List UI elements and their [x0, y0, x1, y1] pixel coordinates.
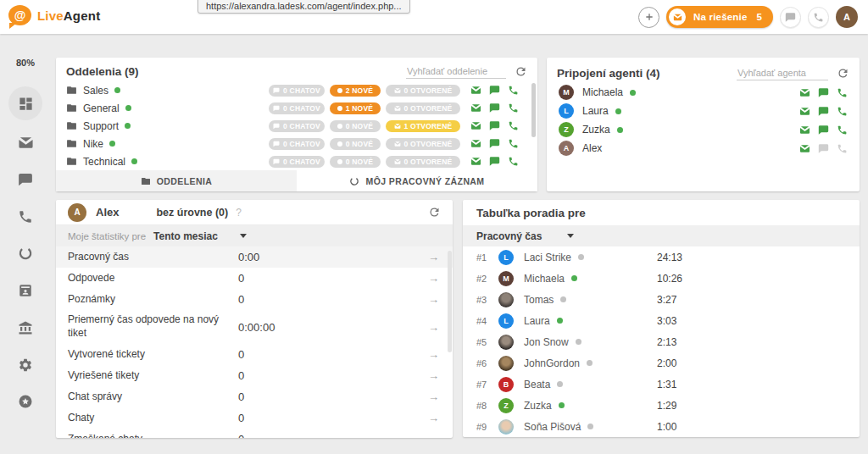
sidebar-item-tickets[interactable] — [8, 125, 42, 159]
leaderboard-row[interactable]: #5 Jon Snow 2:13 — [463, 331, 860, 352]
mail-icon[interactable] — [470, 138, 481, 149]
chats-badge[interactable]: 0 CHATOV — [269, 156, 325, 168]
stat-row[interactable]: Chat správy 0 → — [56, 386, 453, 407]
sidebar-item-contacts[interactable] — [8, 274, 42, 307]
chat-icon[interactable] — [818, 125, 829, 136]
refresh-icon[interactable] — [837, 67, 849, 80]
calls-button[interactable] — [808, 7, 829, 28]
leaderboard-row[interactable]: #1 L Laci Strike 24:13 — [463, 246, 860, 268]
phone-icon[interactable] — [508, 138, 519, 149]
phone-icon[interactable] — [508, 156, 519, 167]
stat-row[interactable]: Vytvorené tickety 0 → — [56, 344, 453, 365]
arrow-right-icon[interactable]: → — [428, 369, 439, 382]
chats-badge[interactable]: 0 CHATOV — [269, 138, 325, 150]
arrow-right-icon[interactable]: → — [428, 272, 439, 285]
sidebar-item-chats[interactable] — [8, 163, 42, 197]
phone-icon[interactable] — [837, 125, 848, 136]
open-tickets-badge[interactable]: 0 OTVORENÉ — [386, 138, 460, 150]
arrow-right-icon[interactable]: → — [428, 293, 439, 306]
new-tickets-badge[interactable]: 0 NOVÉ — [330, 120, 381, 132]
agents-search-input[interactable] — [737, 66, 828, 80]
chat-icon[interactable] — [818, 143, 829, 154]
refresh-icon[interactable] — [515, 65, 527, 78]
add-button[interactable] — [638, 7, 659, 28]
leaderboard-row[interactable]: #2 M Michaela 10:26 — [463, 268, 860, 289]
leaderboard-row[interactable]: #3 Tomas 3:27 — [463, 289, 860, 310]
leaderboard-row[interactable]: #8 Z Zuzka 1:29 — [463, 395, 860, 416]
new-tickets-badge[interactable]: 2 NOVÉ — [330, 85, 381, 97]
arrow-right-icon[interactable]: → — [428, 321, 439, 334]
mail-icon[interactable] — [799, 106, 810, 117]
chat-icon[interactable] — [489, 156, 500, 167]
to-solve-button[interactable]: Na riešenie 5 — [666, 6, 773, 28]
stats-period-dropdown[interactable]: Tento mesiac — [153, 230, 247, 242]
arrow-right-icon[interactable]: → — [428, 433, 439, 438]
leaderboard-row[interactable]: #9 Soňa Pišová 1:00 — [463, 416, 860, 437]
tab-departments[interactable]: ODDELENIA — [56, 170, 297, 191]
chats-button[interactable] — [780, 7, 801, 28]
department-row[interactable]: Nike 0 CHATOV 0 NOVÉ 0 OTVORENÉ — [56, 135, 537, 152]
phone-icon[interactable] — [837, 106, 848, 117]
refresh-icon[interactable] — [428, 206, 441, 219]
department-row[interactable]: Support 0 CHATOV 0 NOVÉ 1 OTVORENÉ — [56, 117, 537, 135]
chats-badge[interactable]: 0 CHATOV — [269, 102, 325, 114]
sidebar-item-work-report[interactable] — [8, 236, 42, 270]
arrow-right-icon[interactable]: → — [428, 390, 439, 403]
scrollbar[interactable] — [448, 251, 452, 352]
leaderboard-row[interactable]: #7 B Beata 1:31 — [463, 374, 860, 395]
arrow-right-icon[interactable]: → — [428, 412, 439, 424]
chat-icon[interactable] — [489, 102, 500, 114]
departments-search-input[interactable] — [406, 64, 506, 79]
sidebar-item-dashboard[interactable] — [8, 86, 42, 120]
mail-icon[interactable] — [470, 120, 481, 131]
sidebar-item-calls[interactable] — [8, 200, 42, 234]
department-row[interactable]: General 0 CHATOV 1 NOVÉ 0 OTVORENÉ — [56, 99, 537, 117]
leaderboard-metric-dropdown[interactable]: Pracovný čas — [463, 225, 860, 246]
chat-icon[interactable] — [489, 138, 500, 149]
chats-badge[interactable]: 0 CHATOV — [269, 85, 325, 97]
phone-icon[interactable] — [508, 85, 519, 96]
new-tickets-badge[interactable]: 0 NOVÉ — [330, 138, 381, 150]
arrow-right-icon[interactable]: → — [428, 251, 439, 263]
stat-row[interactable]: Zmeškané chaty 0 → — [56, 429, 453, 438]
mail-icon[interactable] — [799, 87, 810, 98]
mail-icon[interactable] — [470, 102, 481, 114]
chat-icon[interactable] — [489, 85, 500, 96]
agent-row[interactable]: L Laura — [547, 102, 860, 120]
agent-row[interactable]: M Michaela — [547, 83, 860, 102]
stat-row[interactable]: Odpovede 0 → — [56, 268, 453, 289]
user-avatar[interactable]: A — [836, 6, 858, 28]
tab-my-work-record[interactable]: MÔJ PRACOVNÝ ZÁZNAM — [297, 170, 537, 191]
sidebar-item-company[interactable] — [8, 311, 42, 345]
leaderboard-row[interactable]: #4 L Laura 3:03 — [463, 310, 860, 331]
arrow-right-icon[interactable]: → — [428, 348, 439, 361]
scrollbar[interactable] — [531, 83, 536, 137]
mail-icon[interactable] — [470, 156, 481, 167]
phone-icon[interactable] — [508, 120, 519, 131]
mail-icon[interactable] — [799, 125, 810, 136]
stat-row[interactable]: Priemerný čas odpovede na nový tiket 0:0… — [56, 310, 453, 344]
department-row[interactable]: Sales 0 CHATOV 2 NOVÉ 0 OTVORENÉ — [56, 81, 537, 99]
help-icon[interactable]: ? — [236, 207, 242, 219]
liveagent-logo[interactable]: @ LiveAgent — [8, 5, 100, 25]
mail-icon[interactable] — [799, 143, 810, 154]
chat-icon[interactable] — [818, 106, 829, 117]
open-tickets-badge[interactable]: 1 OTVORENÉ — [386, 120, 460, 132]
agent-row[interactable]: A Alex — [547, 139, 860, 158]
agent-row[interactable]: Z Zuzka — [547, 120, 860, 139]
chat-icon[interactable] — [818, 87, 829, 98]
stat-row[interactable]: Poznámky 0 → — [56, 289, 453, 310]
stat-row[interactable]: Pracovný čas 0:00 → — [56, 246, 453, 268]
mail-icon[interactable] — [470, 85, 481, 96]
new-tickets-badge[interactable]: 1 NOVÉ — [330, 102, 381, 114]
stat-row[interactable]: Chaty 0 → — [56, 407, 453, 429]
department-row[interactable]: Technical 0 CHATOV 0 NOVÉ 0 OTVORENÉ — [56, 152, 537, 170]
phone-icon[interactable] — [837, 87, 848, 98]
sidebar-item-badges[interactable] — [8, 385, 42, 418]
phone-icon[interactable] — [837, 143, 848, 154]
open-tickets-badge[interactable]: 0 OTVORENÉ — [386, 85, 460, 97]
sidebar-item-settings[interactable] — [8, 348, 42, 382]
leaderboard-row[interactable]: #6 JohnGordon 2:00 — [463, 352, 860, 374]
chats-badge[interactable]: 0 CHATOV — [269, 120, 325, 132]
open-tickets-badge[interactable]: 0 OTVORENÉ — [386, 156, 460, 168]
